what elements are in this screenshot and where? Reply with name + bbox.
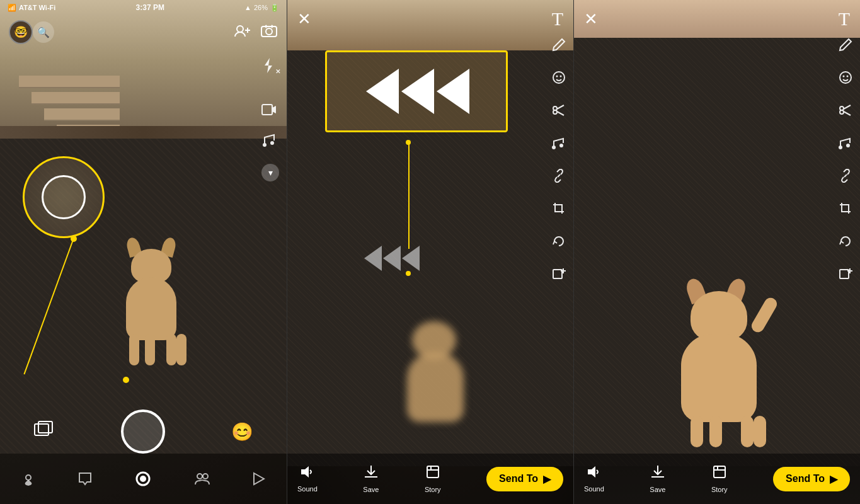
- lens-button[interactable]: 😊: [231, 421, 253, 442]
- story-icon: [425, 464, 440, 483]
- svg-point-16: [553, 72, 565, 83]
- svg-rect-28: [427, 466, 439, 478]
- final-loop-tool[interactable]: [839, 234, 852, 252]
- save-button[interactable]: Save: [363, 464, 379, 493]
- svg-rect-43: [714, 466, 725, 478]
- editor-dog-body: [407, 353, 464, 422]
- svg-point-31: [840, 72, 851, 83]
- dog-leg-1: [129, 334, 139, 365]
- final-save-icon: [650, 464, 665, 483]
- nav-stories[interactable]: [253, 472, 265, 486]
- focus-circle[interactable]: [23, 156, 105, 238]
- sticker-tool[interactable]: [552, 71, 566, 88]
- wifi-icon: 📶: [8, 4, 16, 12]
- link-tool[interactable]: [552, 169, 566, 186]
- story-button[interactable]: Story: [425, 464, 441, 493]
- svg-rect-24: [553, 270, 562, 278]
- shutter-area: 😊: [0, 410, 287, 454]
- dog-leg-2: [145, 334, 155, 365]
- final-pencil-tool[interactable]: [839, 38, 852, 55]
- svg-point-10: [26, 475, 31, 480]
- user-avatar[interactable]: 🤓: [9, 20, 33, 44]
- svg-point-33: [847, 76, 849, 77]
- svg-line-36: [844, 105, 851, 109]
- final-dog-leg-3: [741, 416, 754, 447]
- pencil-tool[interactable]: [552, 38, 566, 55]
- editor-dot-bottom: [406, 271, 411, 276]
- final-sound-label: Sound: [584, 485, 604, 493]
- svg-point-0: [237, 26, 243, 32]
- svg-point-32: [843, 76, 845, 77]
- final-send-to-button[interactable]: Send To ▶: [773, 467, 850, 491]
- send-to-label: Send To: [499, 473, 538, 484]
- story-label: Story: [425, 486, 441, 493]
- svg-rect-39: [840, 270, 849, 278]
- rewind-small-1: [364, 246, 382, 271]
- final-dog-leg-1: [691, 416, 703, 447]
- flash-icon[interactable]: ✕: [261, 57, 279, 78]
- status-battery: ▲ 26% 🔋: [244, 4, 279, 12]
- final-save-button[interactable]: Save: [650, 464, 665, 493]
- final-music-tool[interactable]: [839, 136, 852, 154]
- connect-dot-bottom: [123, 377, 129, 383]
- svg-line-22: [557, 112, 564, 115]
- final-text-tool-button[interactable]: T: [839, 8, 850, 30]
- final-crop-tool[interactable]: [839, 202, 852, 219]
- carrier-label: AT&T Wi-Fi: [19, 4, 55, 11]
- final-dog-body: [681, 334, 757, 422]
- final-right-tools: [839, 38, 852, 285]
- nav-camera[interactable]: [134, 470, 152, 488]
- final-close-button[interactable]: ✕: [584, 9, 598, 29]
- add-friend-button[interactable]: [234, 24, 251, 41]
- rewind-arrow-3: [437, 69, 469, 114]
- final-bottom-bar: Sound Save Story Send To ▶: [574, 454, 860, 504]
- add-layer-tool[interactable]: [552, 267, 566, 285]
- svg-marker-5: [265, 58, 272, 73]
- svg-marker-27: [301, 466, 309, 478]
- save-icon: [364, 464, 379, 483]
- final-dog: [656, 271, 782, 447]
- dog-body: [126, 277, 176, 340]
- send-to-button[interactable]: Send To ▶: [486, 467, 563, 491]
- nav-chat[interactable]: [78, 472, 92, 486]
- avatar-emoji: 🤓: [14, 25, 28, 39]
- video-filter-icon[interactable]: [261, 103, 279, 120]
- camera-right-tools: ✕ ▾: [261, 57, 279, 181]
- editor-panel: ✕ T: [287, 0, 573, 504]
- final-sticker-tool[interactable]: [839, 71, 852, 88]
- search-button[interactable]: 🔍: [33, 21, 54, 43]
- svg-rect-9: [38, 421, 52, 433]
- final-send-arrow-icon: ▶: [830, 473, 837, 485]
- final-story-button[interactable]: Story: [711, 464, 728, 493]
- music-icon[interactable]: [261, 132, 279, 151]
- final-sound-button[interactable]: Sound: [584, 465, 604, 493]
- nav-friends[interactable]: [195, 472, 210, 486]
- editor-dog-blurred: [388, 315, 489, 441]
- scissors-tool[interactable]: [552, 103, 566, 121]
- nav-location[interactable]: [21, 472, 35, 486]
- final-dog-tail: [749, 295, 779, 335]
- final-link-tool[interactable]: [839, 169, 852, 186]
- search-icon: 🔍: [37, 26, 50, 38]
- final-add-layer-tool[interactable]: [839, 267, 852, 285]
- sound-button[interactable]: Sound: [297, 465, 318, 493]
- gallery-button[interactable]: [33, 419, 55, 445]
- text-tool-button[interactable]: T: [552, 8, 563, 30]
- battery-icon: 🔋: [270, 4, 279, 12]
- dog-leg-3: [166, 334, 176, 365]
- loop-tool[interactable]: [552, 234, 566, 252]
- camera-flip-button[interactable]: [260, 23, 278, 42]
- shutter-button[interactable]: [121, 410, 165, 454]
- crop-tool[interactable]: [552, 202, 566, 219]
- editor-close-button[interactable]: ✕: [297, 9, 311, 29]
- focus-center: [42, 175, 86, 219]
- final-story-icon: [712, 464, 727, 483]
- svg-point-18: [560, 76, 562, 77]
- more-options-button[interactable]: ▾: [261, 164, 279, 181]
- music-tool[interactable]: [552, 136, 566, 154]
- svg-rect-8: [35, 424, 49, 435]
- svg-point-14: [203, 474, 208, 479]
- rewind-small-3: [402, 246, 420, 271]
- final-scissors-tool[interactable]: [839, 103, 852, 121]
- svg-point-17: [556, 76, 558, 77]
